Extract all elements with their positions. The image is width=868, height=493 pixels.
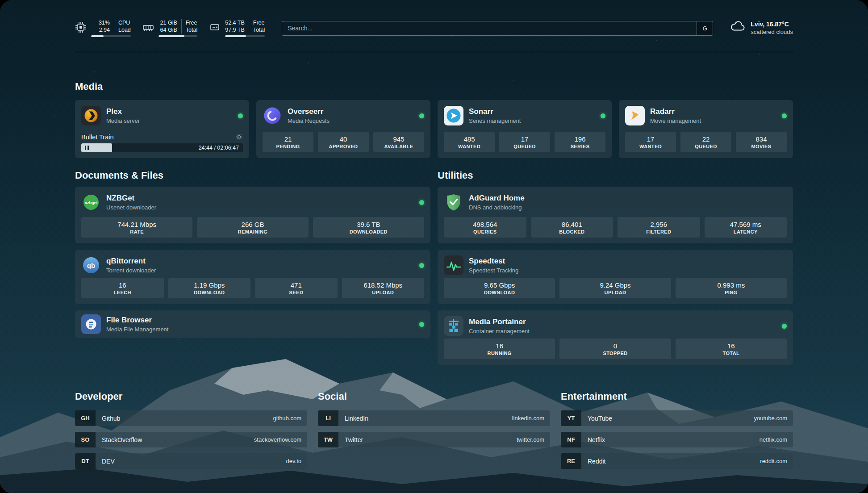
gear-icon[interactable] [235, 133, 243, 141]
now-playing: Bullet Train 24:44 / 02:06:47 [81, 133, 243, 152]
stat-box: 471 SEED [255, 278, 338, 298]
bookmark-twitter[interactable]: TW Twitter twitter.com [318, 432, 550, 447]
stat-box: 40 APPROVED [318, 132, 369, 152]
service-name: qBittorrent [106, 257, 156, 266]
cpu-progress-bar [91, 35, 131, 37]
stat-value: 17 [521, 135, 529, 143]
stat-value: 498,564 [473, 221, 497, 228]
section-title-documents: Documents & Files [75, 170, 430, 181]
bookmark-netflix[interactable]: NF Netflix netflix.com [561, 432, 793, 447]
stat-box: 266 GB REMAINING [197, 217, 308, 238]
stat-label: RATE [130, 229, 144, 234]
bookmark-name: Reddit [588, 458, 605, 465]
stat-value: 0 [613, 342, 617, 350]
disk-monitor: 52.4 TB 97.9 TB Free Total [209, 19, 265, 38]
bookmark-reddit[interactable]: RE Reddit reddit.com [561, 453, 793, 469]
bookmark-linkedin[interactable]: LI LinkedIn linkedin.com [318, 410, 550, 426]
service-name: NZBGet [106, 194, 156, 203]
bookmark-name: Twitter [345, 436, 363, 443]
utilities-column: AdGuard Home DNS and adblocking 498,564 … [438, 187, 793, 365]
system-monitors: 31% 2.94 CPU Load [75, 19, 265, 38]
stat-box: 16 LEECH [81, 278, 164, 298]
service-subtitle: Torrent downloader [106, 267, 156, 274]
youtube-icon: YT [561, 410, 581, 426]
service-card-plex[interactable]: Plex Media server Bullet Train [75, 100, 249, 158]
nzbget-icon: nzbget [81, 192, 101, 212]
service-card-nzbget[interactable]: nzbget NZBGet Usenet downloader 744.21 M… [75, 187, 430, 243]
stat-box: 47.569 ms LATENCY [705, 217, 787, 238]
divider [114, 19, 114, 34]
bookmark-url: stackoverflow.com [254, 436, 301, 443]
bookmark-youtube[interactable]: YT YouTube youtube.com [561, 410, 793, 426]
stat-box: 22 QUEUED [680, 132, 731, 152]
service-card-portainer[interactable]: Media Portainer Container management 16 … [438, 310, 793, 365]
service-card-overseerr[interactable]: Overseerr Media Requests 21 PENDING 40 A… [256, 100, 430, 158]
dev-icon: DT [75, 453, 96, 469]
playback-progress-bar[interactable]: 24:44 / 02:06:47 [81, 143, 243, 152]
stat-box: 2,956 FILTERED [618, 217, 700, 238]
stat-value: 16 [119, 281, 126, 289]
weather-widget: Lviv, 16.87°C scattered clouds [730, 20, 793, 36]
stat-value: 40 [340, 135, 347, 143]
divider [181, 19, 182, 34]
service-card-adguard[interactable]: AdGuard Home DNS and adblocking 498,564 … [438, 187, 793, 243]
weather-location: Lviv, 16.87°C [751, 20, 793, 28]
search-input[interactable] [282, 21, 697, 35]
overseerr-icon [263, 106, 282, 125]
service-card-filebrowser[interactable]: File Browser Media File Management [75, 310, 430, 338]
bookmark-url: github.com [273, 415, 301, 422]
status-dot [782, 324, 787, 329]
stat-value: 17 [647, 135, 655, 143]
stat-label: WANTED [458, 144, 480, 149]
pause-icon[interactable] [85, 146, 89, 150]
stat-box: 21 PENDING [263, 132, 313, 152]
cpu-label: CPU [118, 19, 131, 26]
memory-free: 21 GiB [160, 19, 177, 26]
plex-icon [81, 106, 101, 125]
service-subtitle: Media Requests [288, 117, 330, 124]
cpu-monitor: 31% 2.94 CPU Load [75, 19, 131, 38]
search-engine-button[interactable]: G [697, 21, 713, 35]
section-title-media: Media [75, 81, 793, 92]
divider [249, 19, 249, 34]
service-card-radarr[interactable]: Radarr Movie management 17 WANTED 22 QUE… [619, 100, 793, 158]
stat-label: APPROVED [329, 144, 358, 149]
stat-label: QUEUED [695, 144, 717, 149]
stat-box: 9.65 Gbps DOWNLOAD [444, 278, 555, 298]
section-title-developer: Developer [75, 391, 307, 402]
stat-label: FILTERED [646, 229, 671, 234]
stat-value: 16 [727, 342, 735, 350]
service-card-qbittorrent[interactable]: qb qBittorrent Torrent downloader 16 LEE… [75, 250, 430, 304]
stat-value: 945 [393, 135, 404, 143]
service-card-speedtest[interactable]: Speedtest Speedtest Tracking 9.65 Gbps D… [438, 250, 793, 304]
cpu-load-label: Load [118, 26, 131, 33]
disk-free: 52.4 TB [225, 19, 245, 26]
status-dot [419, 113, 424, 118]
stat-label: UPLOAD [372, 290, 394, 295]
service-subtitle: Media server [106, 117, 140, 124]
radarr-icon [625, 106, 645, 125]
stat-label: QUERIES [473, 229, 497, 234]
disk-total: 97.9 TB [225, 26, 245, 33]
bookmark-url: netflix.com [760, 436, 787, 443]
svg-text:qb: qb [87, 262, 95, 269]
disk-progress-fill [225, 35, 246, 37]
documents-column: nzbget NZBGet Usenet downloader 744.21 M… [75, 187, 430, 365]
stat-value: 744.21 Mbps [117, 221, 156, 228]
stat-label: MOVIES [751, 144, 771, 149]
stat-label: REMAINING [238, 229, 268, 234]
sonarr-icon [444, 106, 463, 125]
service-card-sonarr[interactable]: Sonarr Series management 485 WANTED 17 Q… [438, 100, 612, 158]
service-subtitle: Usenet downloader [106, 204, 156, 211]
stat-value: 39.6 TB [357, 221, 380, 228]
bookmark-github[interactable]: GH Github github.com [75, 410, 307, 426]
bookmark-name: Github [102, 415, 120, 422]
memory-icon [142, 21, 154, 35]
stat-box: 834 MOVIES [736, 132, 787, 152]
bookmark-dev[interactable]: DT DEV dev.to [75, 453, 307, 469]
cpu-load: 2.94 [99, 26, 110, 33]
bookmark-stackoverflow[interactable]: SO StackOverflow stackoverflow.com [75, 432, 307, 447]
stackoverflow-icon: SO [75, 432, 96, 447]
service-name: Radarr [650, 107, 701, 116]
service-name: Media Portainer [469, 318, 530, 326]
